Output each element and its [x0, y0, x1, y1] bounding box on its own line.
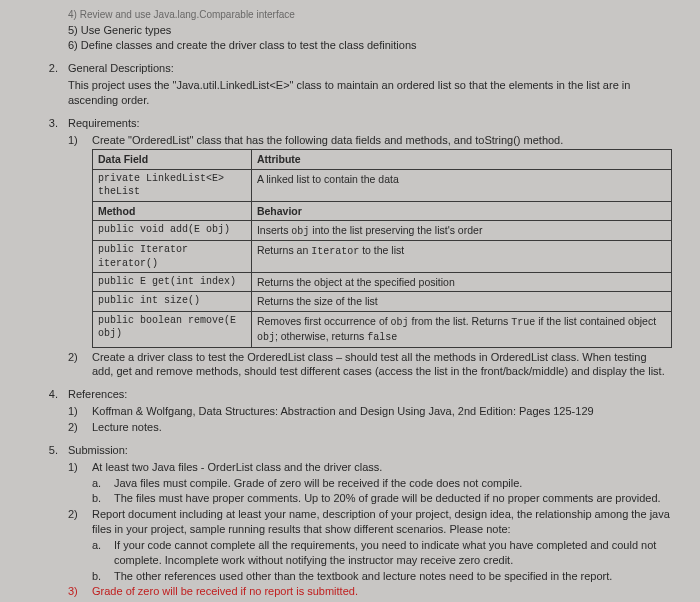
cell: public boolean remove(E obj)	[93, 311, 252, 347]
item-num: 2)	[68, 507, 84, 522]
section-num: 5.	[36, 443, 58, 458]
cell: A linked list to contain the data	[251, 169, 671, 201]
section-general: 2.General Descriptions: This project use…	[36, 61, 670, 108]
text: Koffman & Wolfgang, Data Structures: Abs…	[92, 404, 594, 419]
th: Method	[93, 201, 252, 220]
section-title: Requirements:	[68, 116, 140, 131]
item-num: b.	[92, 569, 108, 584]
cell: public int size()	[93, 292, 252, 311]
text: At least two Java files - OrderList clas…	[92, 460, 382, 475]
cell: Removes first occurrence of obj from the…	[251, 311, 671, 347]
section-title: General Descriptions:	[68, 61, 174, 76]
item-num: 3)	[68, 584, 84, 599]
item-num: 1)	[68, 133, 84, 148]
section-title: References:	[68, 387, 127, 402]
section-submission: 5.Submission: 1)At least two Java files …	[36, 443, 670, 599]
text: Java files must compile. Grade of zero w…	[114, 476, 522, 491]
item-num: a.	[92, 476, 108, 491]
cell: Inserts obj into the list preserving the…	[251, 220, 671, 241]
th: Behavior	[251, 201, 671, 220]
text: Create a driver class to test the Ordere…	[92, 350, 670, 380]
section-requirements: 3.Requirements: 1)Create "OrderedList" c…	[36, 116, 670, 380]
cell: public E get(int index)	[93, 273, 252, 292]
section-num: 4.	[36, 387, 58, 402]
text: 6) Define classes and create the driver …	[68, 38, 417, 53]
section-references: 4.References: 1)Koffman & Wolfgang, Data…	[36, 387, 670, 435]
document-page: 4) Review and use Java.lang.Comparable i…	[0, 0, 700, 602]
cell: private LinkedList<E> theList	[93, 169, 252, 201]
text: 4) Review and use Java.lang.Comparable i…	[68, 8, 295, 22]
item-num: 1)	[68, 404, 84, 419]
item-num: 2)	[68, 420, 84, 435]
text: Lecture notes.	[92, 420, 162, 435]
th: Attribute	[251, 150, 671, 169]
text: Create "OrderedList" class that has the …	[92, 133, 563, 148]
section-num: 3.	[36, 116, 58, 131]
section-num: 2.	[36, 61, 58, 76]
section-title: Submission:	[68, 443, 128, 458]
text: The files must have proper comments. Up …	[114, 491, 661, 506]
text: The other references used other than the…	[114, 569, 612, 584]
cell: public void add(E obj)	[93, 220, 252, 241]
cell: Returns the object at the specified posi…	[251, 273, 671, 292]
text: If your code cannot complete all the req…	[114, 538, 670, 568]
objectives-tail: 4) Review and use Java.lang.Comparable i…	[68, 8, 670, 53]
spec-table: Data FieldAttribute private LinkedList<E…	[92, 149, 672, 347]
item-num: 2)	[68, 350, 84, 365]
cell: Returns an Iterator to the list	[251, 241, 671, 273]
cell: public Iterator iterator()	[93, 241, 252, 273]
item-num: 1)	[68, 460, 84, 475]
cell: Returns the size of the list	[251, 292, 671, 311]
text: 5) Use Generic types	[68, 23, 171, 38]
th: Data Field	[93, 150, 252, 169]
warning-text: Grade of zero will be received if no rep…	[92, 584, 358, 599]
item-num: b.	[92, 491, 108, 506]
item-num: a.	[92, 538, 108, 553]
text: Report document including at least your …	[92, 507, 670, 537]
text: This project uses the "Java.util.LinkedL…	[68, 78, 670, 108]
